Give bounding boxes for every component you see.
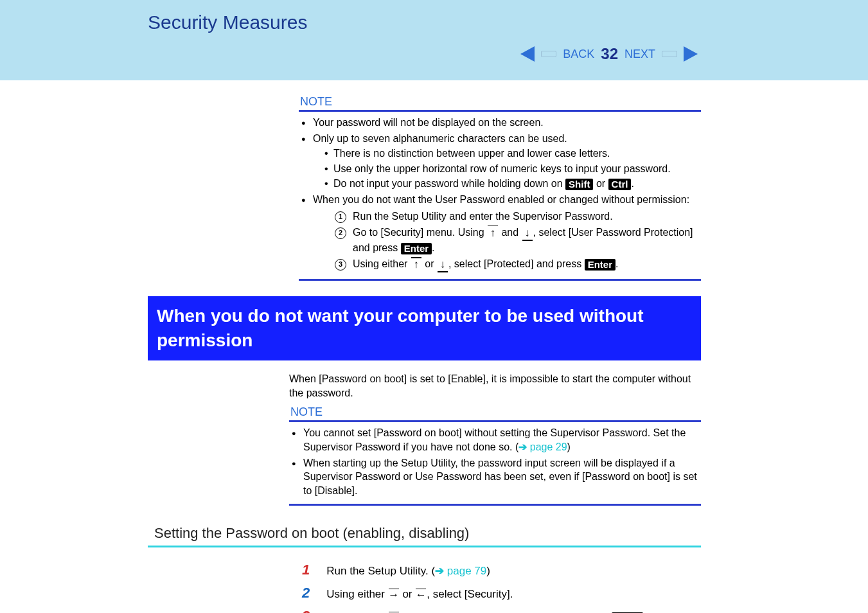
circled-number-icon: 2 <box>335 227 346 239</box>
page-nav: BACK 32 NEXT <box>520 45 698 63</box>
circled-number-icon: 1 <box>335 211 346 223</box>
divider <box>289 420 701 422</box>
step-number: 3 <box>302 608 310 613</box>
back-stem-icon <box>541 51 556 57</box>
page-number: 32 <box>601 45 618 63</box>
list-item: Use only the upper horizontal row of num… <box>324 162 701 176</box>
link-arrow-icon: ➔ <box>518 441 529 452</box>
step-row: 2 Using either → or ←, select [Security]… <box>302 585 701 601</box>
text: or <box>593 178 608 189</box>
note-label: NOTE <box>300 95 701 109</box>
step-row: 1 Run the Setup Utility. (➔ page 79) <box>302 562 701 578</box>
note-list: You cannot set [Password on boot] withou… <box>292 426 701 497</box>
divider <box>299 279 701 281</box>
list-item: When you do not want the User Password e… <box>301 193 701 272</box>
arrow-right-icon: → <box>388 589 400 601</box>
list-item: Do not input your password while holding… <box>324 177 701 191</box>
section-banner: When you do not want your computer to be… <box>148 296 701 360</box>
subsection: Setting the Password on boot (enabling, … <box>0 525 868 547</box>
step-number: 2 <box>302 585 310 601</box>
circled-number-icon: 3 <box>335 259 346 271</box>
note-list: Your password will not be displayed on t… <box>301 116 701 272</box>
page-link[interactable]: page 29 <box>530 441 567 452</box>
link-arrow-icon: ➔ <box>435 565 447 577</box>
arrow-down-icon: ↓ <box>522 226 533 241</box>
divider <box>148 546 701 547</box>
next-link[interactable]: NEXT <box>624 48 655 61</box>
list-item: Only up to seven alphanumeric characters… <box>301 132 701 191</box>
step-number: 1 <box>302 562 310 578</box>
list-item: 3 Using either ↑ or ↓, select [Protected… <box>335 257 701 272</box>
text: Do not input your password while holding… <box>333 178 565 189</box>
back-arrow-icon[interactable] <box>520 46 535 62</box>
list-item: Your password will not be displayed on t… <box>301 116 701 130</box>
text: Only up to seven alphanumeric characters… <box>313 133 567 144</box>
steps-block: 1 Run the Setup Utility. (➔ page 79) 2 U… <box>0 562 868 613</box>
list-item: There is no distinction between upper an… <box>324 147 701 161</box>
next-stem-icon <box>662 51 677 57</box>
list-item: 1 Run the Setup Utility and enter the Su… <box>335 209 701 224</box>
next-arrow-icon[interactable] <box>684 46 698 62</box>
text: . <box>631 178 633 189</box>
text: When you do not want the User Password e… <box>313 194 689 205</box>
arrow-down-icon: ↓ <box>437 257 448 272</box>
divider <box>289 504 701 506</box>
sub-list: There is no distinction between upper an… <box>324 147 701 191</box>
key-enter: Enter <box>585 259 616 271</box>
list-item: When starting up the Setup Utility, the … <box>292 456 701 498</box>
content-block: When [Password on boot] is set to [Enabl… <box>0 372 868 506</box>
page-header: Security Measures BACK 32 NEXT <box>0 0 868 80</box>
ordered-steps: 1 Run the Setup Utility and enter the Su… <box>335 209 701 272</box>
key-shift: Shift <box>565 179 593 190</box>
text: Run the Setup Utility and enter the Supe… <box>353 209 613 224</box>
text: ) <box>567 441 571 452</box>
step-row: 3 Using either ↑ or ↓, select [Password … <box>302 608 701 613</box>
arrow-up-icon: ↑ <box>411 257 422 272</box>
list-item: You cannot set [Password on boot] withou… <box>292 426 701 454</box>
key-ctrl: Ctrl <box>608 179 632 190</box>
list-item: 2 Go to [Security] menu. Using ↑ and ↓, … <box>335 226 701 255</box>
step-text: Run the Setup Utility. (➔ page 79) <box>326 564 490 578</box>
text: Using either ↑ or ↓, select [Protected] … <box>353 257 618 272</box>
note-label: NOTE <box>290 405 701 419</box>
steps-list: 1 Run the Setup Utility. (➔ page 79) 2 U… <box>302 562 701 613</box>
page-link[interactable]: page 79 <box>447 565 486 577</box>
text: Go to [Security] menu. Using ↑ and ↓, se… <box>353 226 701 255</box>
arrow-left-icon: ← <box>415 589 427 601</box>
arrow-up-icon: ↑ <box>487 226 499 241</box>
paragraph: When [Password on boot] is set to [Enabl… <box>289 372 701 401</box>
divider <box>299 110 701 112</box>
text: You cannot set [Password on boot] withou… <box>303 427 686 452</box>
step-text: Using either → or ←, select [Security]. <box>326 588 513 601</box>
back-link[interactable]: BACK <box>563 48 594 61</box>
page-title: Security Measures <box>148 12 868 33</box>
note-block-1: NOTE Your password will not be displayed… <box>0 80 868 281</box>
subsection-heading: Setting the Password on boot (enabling, … <box>154 525 701 542</box>
key-enter: Enter <box>401 243 432 254</box>
